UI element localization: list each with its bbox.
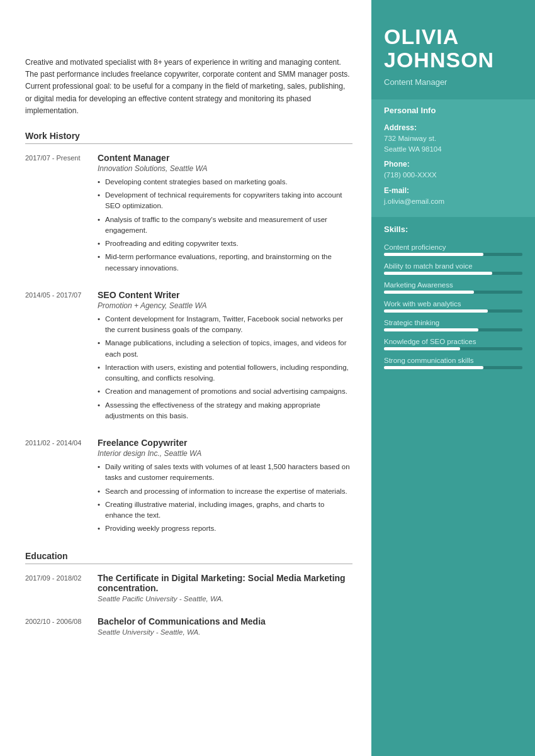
personal-info-section: Personal Info Address: 732 Mainway st. S… — [371, 99, 535, 217]
skill-name: Ability to match brand voice — [384, 262, 522, 270]
bullet-item: Development of technical requirements fo… — [98, 190, 352, 212]
skill-item: Marketing Awareness — [384, 281, 522, 294]
bullet-item: Mid-term performance evaluations, report… — [98, 252, 352, 274]
bullet-item: Developing content strategies based on m… — [98, 177, 352, 187]
skill-bar-bg — [384, 291, 522, 294]
work-date: 2017/07 - Present — [25, 153, 98, 276]
last-name: JOHNSON — [384, 48, 522, 72]
job-bullets: Daily writing of sales texts with volume… — [98, 462, 352, 535]
work-entry: 2011/02 - 2014/04Freelance CopywriterInt… — [25, 438, 352, 537]
skill-bar-bg — [384, 347, 522, 350]
edu-content: Bachelor of Communications and MediaSeat… — [98, 616, 352, 636]
skill-bar-fill — [384, 366, 483, 369]
education-heading: Education — [25, 551, 352, 564]
education-list: 2017/09 - 2018/02The Certificate in Digi… — [25, 573, 352, 636]
bullet-item: Assessing the effectiveness of the strat… — [98, 400, 352, 422]
job-title: Freelance Copywriter — [98, 438, 352, 448]
bullet-item: Creation and management of promotions an… — [98, 386, 352, 397]
work-history-heading: Work History — [25, 131, 352, 144]
work-entry: 2014/05 - 2017/07SEO Content WriterPromo… — [25, 290, 352, 424]
email-value: j.olivia@email.com — [384, 196, 522, 207]
job-bullets: Content development for Instagram, Twitt… — [98, 314, 352, 421]
bullet-item: Daily writing of sales texts with volume… — [98, 462, 352, 484]
edu-school: Seattle Pacific University - Seattle, WA… — [98, 595, 352, 603]
skill-bar-bg — [384, 272, 522, 275]
edu-content: The Certificate in Digital Marketing: So… — [98, 573, 352, 603]
edu-entry: 2002/10 - 2006/08Bachelor of Communicati… — [25, 616, 352, 636]
email-label: E-mail: — [384, 186, 522, 195]
work-content: Freelance CopywriterInterior design Inc.… — [98, 438, 352, 537]
edu-title: Bachelor of Communications and Media — [98, 616, 352, 626]
skill-bar-fill — [384, 272, 492, 275]
resume-container: Creative and motivated specialist with 8… — [0, 0, 535, 756]
work-history-list: 2017/07 - PresentContent ManagerInnovati… — [25, 153, 352, 537]
skill-name: Strong communication skills — [384, 357, 522, 364]
address-line2: Seattle WA 98104 — [384, 144, 522, 155]
address-label: Address: — [384, 123, 522, 132]
job-role: Content Manager — [384, 77, 522, 87]
work-date: 2014/05 - 2017/07 — [25, 290, 98, 424]
edu-date: 2017/09 - 2018/02 — [25, 573, 98, 603]
bullet-item: Manage publications, including a selecti… — [98, 338, 352, 360]
edu-entry: 2017/09 - 2018/02The Certificate in Digi… — [25, 573, 352, 603]
skill-bar-fill — [384, 309, 488, 313]
name-section: OLIVIA JOHNSON Content Manager — [371, 0, 535, 99]
summary-text: Creative and motivated specialist with 8… — [25, 57, 352, 117]
bullet-item: Proofreading and editing copywriter text… — [98, 238, 352, 249]
skill-item: Work with web analytics — [384, 300, 522, 313]
work-content: SEO Content WriterPromotion + Agency, Se… — [98, 290, 352, 424]
job-company: Innovation Solutions, Seattle WA — [98, 164, 352, 173]
address-line1: 732 Mainway st. — [384, 133, 522, 144]
skill-name: Content proficiency — [384, 243, 522, 251]
job-bullets: Developing content strategies based on m… — [98, 177, 352, 274]
skill-item: Strategic thinking — [384, 319, 522, 331]
skill-item: Strong communication skills — [384, 357, 522, 369]
skill-bar-bg — [384, 309, 522, 313]
skill-item: Knowledge of SEO practices — [384, 338, 522, 350]
skills-section: Skills: Content proficiencyAbility to ma… — [371, 217, 535, 388]
skill-item: Ability to match brand voice — [384, 262, 522, 275]
bullet-item: Content development for Instagram, Twitt… — [98, 314, 352, 336]
left-column: Creative and motivated specialist with 8… — [0, 0, 371, 756]
skill-name: Work with web analytics — [384, 300, 522, 308]
right-column: OLIVIA JOHNSON Content Manager Personal … — [371, 0, 535, 756]
skill-bar-bg — [384, 253, 522, 256]
skill-bar-fill — [384, 291, 474, 294]
phone-label: Phone: — [384, 160, 522, 169]
work-entry: 2017/07 - PresentContent ManagerInnovati… — [25, 153, 352, 276]
skill-item: Content proficiency — [384, 243, 522, 256]
phone-value: (718) 000-XXXX — [384, 170, 522, 181]
bullet-item: Search and processing of information to … — [98, 486, 352, 497]
work-date: 2011/02 - 2014/04 — [25, 438, 98, 537]
personal-info-heading: Personal Info — [384, 106, 522, 117]
skill-bar-bg — [384, 328, 522, 331]
first-name: OLIVIA — [384, 25, 522, 48]
skill-bar-fill — [384, 347, 460, 350]
edu-school: Seattle University - Seattle, WA. — [98, 628, 352, 636]
edu-title: The Certificate in Digital Marketing: So… — [98, 573, 352, 593]
bullet-item: Providing weekly progress reports. — [98, 523, 352, 534]
skills-list: Content proficiencyAbility to match bran… — [384, 243, 522, 369]
skill-bar-fill — [384, 328, 478, 331]
job-title: Content Manager — [98, 153, 352, 163]
edu-date: 2002/10 - 2006/08 — [25, 616, 98, 636]
skill-bar-bg — [384, 366, 522, 369]
job-title: SEO Content Writer — [98, 290, 352, 300]
skill-name: Marketing Awareness — [384, 281, 522, 289]
skill-bar-fill — [384, 253, 483, 256]
work-content: Content ManagerInnovation Solutions, Sea… — [98, 153, 352, 276]
job-company: Promotion + Agency, Seattle WA — [98, 301, 352, 310]
job-company: Interior design Inc., Seattle WA — [98, 449, 352, 458]
skill-name: Knowledge of SEO practices — [384, 338, 522, 345]
bullet-item: Analysis of traffic to the company's web… — [98, 214, 352, 236]
skill-name: Strategic thinking — [384, 319, 522, 326]
skills-heading: Skills: — [384, 225, 522, 236]
bullet-item: Interaction with users, existing and pot… — [98, 362, 352, 384]
bullet-item: Creating illustrative material, includin… — [98, 499, 352, 521]
